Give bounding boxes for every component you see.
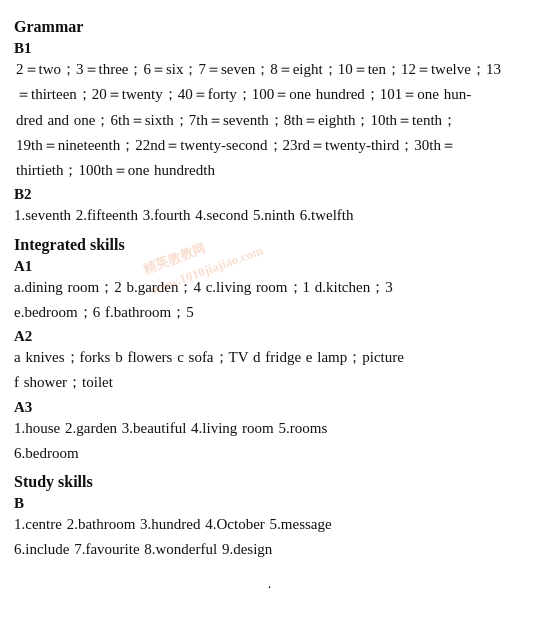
b1-content-line-4: 19th＝nineteenth；22nd＝twenty-second；23rd＝… [14, 134, 525, 157]
b1-content-line-1: 2＝two；3＝three；6＝six；7＝seven；8＝eight；10＝t… [14, 58, 525, 81]
main-heading-integrated: Integrated skills [14, 236, 525, 254]
b-content-line-1: 1.centre 2.bathroom 3.hundred 4.October … [14, 513, 525, 536]
a3-content-line-2: 6.bedroom [14, 442, 525, 465]
a1-content-line-2: e.bedroom；6 f.bathroom；5 [14, 301, 525, 324]
sub-heading-b1: B1 [14, 40, 525, 57]
b1-content-line-5: thirtieth；100th＝one hundredth [14, 159, 525, 182]
sub-heading-b2: B2 [14, 186, 525, 203]
sub-heading-a1: A1 [14, 258, 525, 275]
a2-content-line-2: f shower；toilet [14, 371, 525, 394]
main-heading-grammar: Grammar [14, 18, 525, 36]
page-dot: · [14, 580, 525, 596]
a1-content-line-1: a.dining room；2 b.garden；4 c.living room… [14, 276, 525, 299]
a2-content-line-1: a knives；forks b flowers c sofa；TV d fri… [14, 346, 525, 369]
b1-content-line-2: ＝thirteen；20＝twenty；40＝forty；100＝one hun… [14, 83, 525, 106]
a3-content-line-1: 1.house 2.garden 3.beautiful 4.living ro… [14, 417, 525, 440]
main-heading-study: Study skills [14, 473, 525, 491]
b2-content-line-1: 1.seventh 2.fifteenth 3.fourth 4.second … [14, 204, 525, 227]
sub-heading-a3: A3 [14, 399, 525, 416]
b-content-line-2: 6.include 7.favourite 8.wonderful 9.desi… [14, 538, 525, 561]
b1-content-line-3: dred and one；6th＝sixth；7th＝seventh；8th＝e… [14, 109, 525, 132]
sub-heading-b: B [14, 495, 525, 512]
sub-heading-a2: A2 [14, 328, 525, 345]
